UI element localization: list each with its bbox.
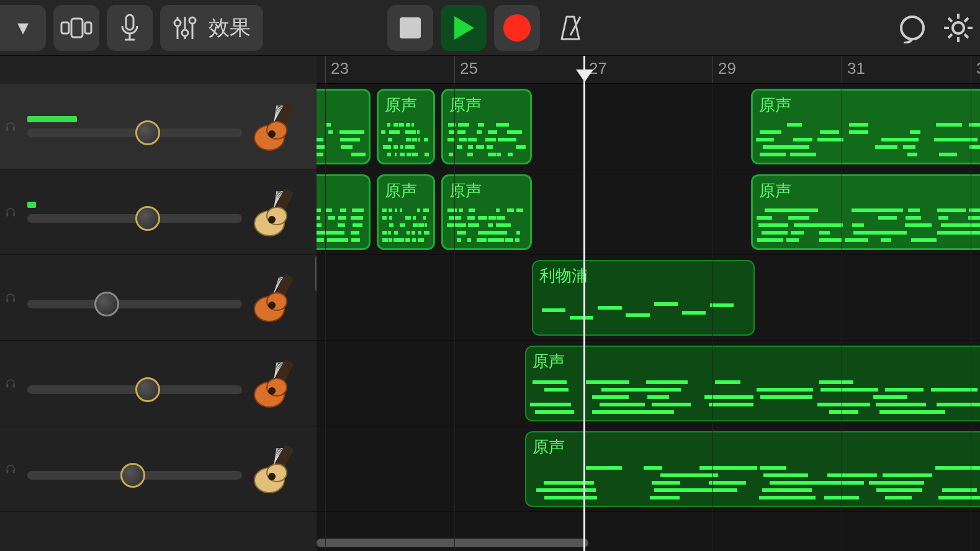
region-label: 原声 xyxy=(759,180,980,202)
microphone-button[interactable] xyxy=(107,5,153,51)
midi-notes xyxy=(529,457,980,502)
track-row-t3[interactable] xyxy=(0,255,317,341)
volume-slider[interactable] xyxy=(27,471,242,480)
region[interactable]: 原声 xyxy=(751,89,980,164)
workspace: 232527293133353739 原声原声原声原声原声原声原声原声利物浦原声… xyxy=(0,56,980,551)
metronome-button[interactable] xyxy=(547,5,593,51)
track-row-t4[interactable] xyxy=(0,341,317,426)
horizontal-scrollbar-thumb[interactable] xyxy=(317,539,588,547)
region-label: 原声 xyxy=(317,94,362,116)
track-row-t1[interactable] xyxy=(0,84,317,169)
volume-thumb[interactable] xyxy=(135,120,160,145)
play-button[interactable] xyxy=(441,5,487,51)
timeline-ruler[interactable]: 232527293133353739 xyxy=(317,56,980,84)
svg-rect-50 xyxy=(6,298,8,302)
tracks-view-icon xyxy=(60,16,92,40)
region-label: 原声 xyxy=(759,94,980,116)
gridline xyxy=(454,84,455,551)
svg-rect-2 xyxy=(85,22,91,34)
midi-notes xyxy=(755,114,980,159)
region[interactable]: 利物浦 xyxy=(532,260,755,336)
lane-t3[interactable]: 利物浦 xyxy=(317,255,980,341)
svg-rect-61 xyxy=(13,383,15,387)
bass-guitar-icon xyxy=(253,273,303,323)
region[interactable]: 原声 xyxy=(441,89,532,164)
ruler-tick-25: 25 xyxy=(454,56,478,83)
track-row-t2[interactable] xyxy=(0,169,317,255)
playhead[interactable] xyxy=(583,56,585,551)
svg-rect-60 xyxy=(6,383,8,387)
ruler-tick-33: 33 xyxy=(971,56,980,83)
region[interactable]: 原声 xyxy=(525,346,980,421)
headphones-icon[interactable] xyxy=(5,121,16,132)
settings-button[interactable] xyxy=(943,5,974,51)
region-label: 利物浦 xyxy=(539,265,747,287)
gridline xyxy=(325,84,326,551)
level-meter xyxy=(27,116,242,122)
headphones-icon[interactable] xyxy=(5,464,16,475)
region[interactable]: 原声 xyxy=(377,174,435,250)
headphones-icon[interactable] xyxy=(5,378,16,389)
record-button[interactable] xyxy=(494,5,540,51)
acoustic-guitar-icon xyxy=(253,187,303,237)
fx-button[interactable]: 效果 xyxy=(160,5,263,51)
midi-notes xyxy=(529,372,980,416)
headphones-icon[interactable] xyxy=(5,207,16,218)
level-meter xyxy=(27,373,242,379)
gridline xyxy=(842,84,842,551)
volume-thumb[interactable] xyxy=(120,463,145,488)
lane-t2[interactable]: 原声原声原声原声 xyxy=(317,169,980,255)
volume-slider[interactable] xyxy=(27,300,242,308)
region[interactable]: 原声 xyxy=(441,174,532,250)
svg-point-17 xyxy=(953,22,964,34)
svg-point-83 xyxy=(268,473,276,480)
svg-point-37 xyxy=(268,130,276,138)
fx-label: 效果 xyxy=(209,14,251,42)
svg-rect-51 xyxy=(13,298,15,302)
midi-notes xyxy=(317,200,366,244)
region-label: 原声 xyxy=(533,351,980,372)
svg-rect-27 xyxy=(13,127,15,130)
svg-rect-73 xyxy=(13,469,15,473)
volume-thumb[interactable] xyxy=(135,206,160,231)
volume-slider[interactable] xyxy=(27,128,242,137)
volume-thumb[interactable] xyxy=(135,377,160,402)
chevron-down-icon: ▼ xyxy=(14,17,32,38)
ruler-tick-31: 31 xyxy=(842,56,865,83)
svg-point-49 xyxy=(268,216,276,223)
lane-t1[interactable]: 原声原声原声原声 xyxy=(317,84,980,169)
svg-rect-12 xyxy=(400,17,421,38)
gear-icon xyxy=(943,12,974,43)
lane-t5[interactable]: 原声 xyxy=(317,426,980,512)
stop-icon xyxy=(400,17,421,38)
svg-rect-0 xyxy=(61,22,69,34)
midi-notes xyxy=(755,200,980,244)
midi-notes xyxy=(317,114,366,159)
horizontal-scrollbar[interactable] xyxy=(317,539,980,547)
region[interactable]: 原声 xyxy=(525,431,980,507)
volume-thumb[interactable] xyxy=(94,292,119,316)
play-icon xyxy=(452,15,475,41)
stop-button[interactable] xyxy=(387,5,433,51)
midi-notes xyxy=(446,200,528,244)
level-meter xyxy=(27,202,242,208)
svg-rect-1 xyxy=(71,19,83,37)
loop-icon xyxy=(897,12,928,43)
region[interactable]: 原声 xyxy=(751,174,980,250)
ruler-tick-23: 23 xyxy=(325,56,349,83)
loop-button[interactable] xyxy=(889,5,935,51)
svg-rect-3 xyxy=(126,15,133,30)
arrange-area[interactable]: 232527293133353739 原声原声原声原声原声原声原声原声利物浦原声… xyxy=(317,56,980,551)
electric-guitar-icon xyxy=(253,359,303,408)
midi-notes xyxy=(536,286,751,331)
region[interactable]: 原声 xyxy=(377,89,435,164)
headphones-icon[interactable] xyxy=(5,292,16,303)
lane-t4[interactable]: 原声 xyxy=(317,341,980,426)
region-label: 原声 xyxy=(385,94,427,116)
toolbar: ▼ 效果 xyxy=(0,0,980,56)
volume-slider[interactable] xyxy=(27,385,242,394)
view-dropdown[interactable]: ▼ xyxy=(0,5,46,51)
track-row-t5[interactable] xyxy=(0,426,317,512)
volume-slider[interactable] xyxy=(27,214,242,223)
tracks-view-button[interactable] xyxy=(53,5,99,51)
